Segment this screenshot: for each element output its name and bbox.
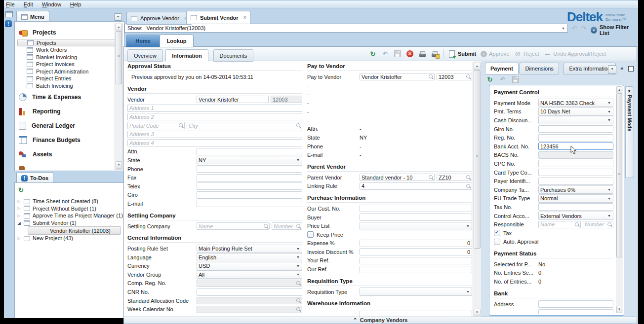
menu-file[interactable]: File xyxy=(6,1,15,7)
todo-child-vendor-kristoffer-12003[interactable]: Vendor Kristoffer (12003) xyxy=(28,226,121,235)
todo-item-new-project-43[interactable]: ▷New Project (43) xyxy=(15,235,124,242)
cnr-no-input[interactable] xyxy=(197,288,302,296)
fax-input[interactable] xyxy=(197,174,302,181)
language-dropdown[interactable]: English▼ xyxy=(197,253,302,261)
control-acco-dropdown[interactable]: External Vendors▼ xyxy=(538,212,613,220)
field-input[interactable] xyxy=(538,309,613,314)
close-icon[interactable]: × xyxy=(243,15,246,20)
scroll-up-button[interactable]: ▲ xyxy=(616,86,622,94)
company-ta-dropdown[interactable]: Purchases 0%▼ xyxy=(538,185,613,194)
field-input[interactable] xyxy=(360,311,472,317)
keep-price-checkbox[interactable] xyxy=(307,231,314,238)
workspace-window-icon[interactable] xyxy=(5,11,13,17)
scroll-down-button[interactable]: ▼ xyxy=(616,306,622,313)
company-vendors-bar[interactable]: ⌃ Company Vendors xyxy=(123,317,637,324)
sidebar-item-project-administration[interactable]: Project Administration xyxy=(15,68,124,75)
todo-item-submit-vendor-1[interactable]: ◢Submit Vendor (1) xyxy=(15,219,124,227)
tab-documents[interactable]: Documents xyxy=(213,49,254,62)
your-ref-input[interactable] xyxy=(360,257,472,264)
giro-input[interactable] xyxy=(197,191,302,199)
state-dropdown[interactable]: NY▼ xyxy=(197,156,302,164)
todo-item-project-without-budget-1[interactable]: ▷Project Without Budget (1) xyxy=(15,205,124,213)
tab-home[interactable]: Home xyxy=(126,35,160,47)
price-list-dropdown[interactable]: ▼ xyxy=(360,222,472,230)
scroll-thumb[interactable]: ≡ xyxy=(616,94,622,257)
tax-no-input[interactable] xyxy=(538,203,613,211)
scroll-thumb[interactable]: ≡ xyxy=(116,31,122,84)
expand-icon[interactable]: ▷ xyxy=(17,214,21,218)
invoice-discount-input[interactable] xyxy=(360,248,472,255)
collapse-panel-icon[interactable]: » xyxy=(620,65,623,71)
scroll-up-button[interactable]: ▲ xyxy=(474,63,481,70)
city-input[interactable] xyxy=(187,122,302,129)
scroll-down-button[interactable]: ▼ xyxy=(474,309,481,316)
show-dropdown-icon[interactable]: ▼ xyxy=(562,27,565,30)
address-4-input[interactable] xyxy=(127,139,302,146)
sidebar-item-project-invoices[interactable]: Project Invoices xyxy=(15,61,124,68)
todo-item-time-sheet-not-created-8[interactable]: ▷Time Sheet not Created (8) xyxy=(15,198,124,205)
attn-input[interactable] xyxy=(197,148,302,155)
vendor-group-dropdown[interactable]: All▼ xyxy=(197,270,302,279)
cash-discoun-dropdown[interactable]: ▼ xyxy=(538,116,613,124)
menu-group-time-expenses[interactable]: Time & Expenses xyxy=(19,91,124,104)
auto-approval-checkbox[interactable] xyxy=(494,239,500,245)
delete-icon[interactable]: ✕ xyxy=(406,50,414,58)
todo-alert-icon[interactable]: ! xyxy=(5,20,12,27)
menu-window[interactable]: Window xyxy=(42,1,61,7)
pay-to-vendor-input[interactable] xyxy=(360,73,435,80)
giro-no-input[interactable] xyxy=(538,125,613,133)
payment-mode-dropdown[interactable]: NA HSBC 3363 Check▼ xyxy=(538,99,613,107)
collapsed-tab-payment-mode[interactable]: « Payment Mode xyxy=(625,86,634,178)
print-preview-icon[interactable] xyxy=(431,50,439,58)
phone-input[interactable] xyxy=(197,165,302,173)
comp-reg-no-input[interactable] xyxy=(197,280,302,287)
maximize-panel-icon[interactable] xyxy=(628,66,634,72)
print-icon[interactable] xyxy=(418,50,426,58)
expand-icon[interactable]: ▷ xyxy=(17,236,21,241)
sidebar-item-project-entries[interactable]: Project Entries xyxy=(15,75,124,82)
address-input[interactable] xyxy=(538,300,613,308)
panel-scrollbar[interactable]: ▲ ≡ ▼ xyxy=(616,86,623,313)
save-icon[interactable] xyxy=(512,75,520,83)
nav-back-icon[interactable]: ↶ xyxy=(572,25,577,32)
telex-input[interactable] xyxy=(197,182,302,190)
linking-rule-input[interactable] xyxy=(360,182,472,190)
tab-dimensions[interactable]: Dimensions xyxy=(520,63,559,74)
menu-scrollbar[interactable]: ▲ ≡ ▼ xyxy=(115,23,123,170)
tab-information[interactable]: Information xyxy=(165,49,208,62)
scroll-up-button[interactable]: ▲ xyxy=(116,24,122,31)
address-3-input[interactable] xyxy=(127,131,302,138)
eu-trade-type-dropdown[interactable]: Normal▼ xyxy=(538,194,613,203)
tab-overflow-dropdown[interactable]: ▼ xyxy=(608,65,616,74)
collapse-icon[interactable]: ◢ xyxy=(17,221,21,225)
requisition-type-dropdown[interactable]: ▼ xyxy=(360,288,472,296)
show-filter-list-button[interactable]: ▼ Show Filter List xyxy=(591,24,637,36)
tab-overview[interactable]: Overview xyxy=(127,49,163,62)
menu-group-finance-budgets[interactable]: Finance Budgets xyxy=(19,134,124,146)
our-cust-no-input[interactable] xyxy=(360,205,472,212)
undo-approval-reject-button[interactable]: ▬Undo Approval/Reject xyxy=(543,50,605,58)
reg-no-input[interactable] xyxy=(538,134,613,142)
scroll-down-button[interactable]: ▼ xyxy=(116,161,122,169)
currency-dropdown[interactable]: USD▼ xyxy=(197,262,302,270)
menu-minimize-button[interactable]: − xyxy=(114,13,122,21)
refresh-icon[interactable]: ↻ xyxy=(369,50,377,58)
save-icon[interactable] xyxy=(394,50,402,58)
menu-group-assets[interactable]: Assets xyxy=(19,148,124,161)
expense-input[interactable] xyxy=(360,240,472,247)
undo-icon[interactable]: ↶ xyxy=(499,75,507,83)
buyer-input[interactable] xyxy=(360,214,472,221)
doc-tab-submit-vendor[interactable]: Submit Vendor× xyxy=(186,11,250,24)
show-combo[interactable]: Show: Vendor Kristoffer(12003) ▼ xyxy=(124,24,568,33)
reject-button[interactable]: ⊘Reject xyxy=(514,50,539,58)
vendor-code[interactable] xyxy=(271,96,302,103)
settling-company-name-input[interactable] xyxy=(197,222,270,230)
tax-checkbox[interactable] xyxy=(494,230,500,236)
menu-group-reporting[interactable]: Reporting xyxy=(19,105,124,118)
e-mail-input[interactable] xyxy=(197,200,302,207)
tab-lookup[interactable]: Lookup xyxy=(160,35,194,47)
menu-group-general-ledger[interactable]: General Ledger xyxy=(19,119,124,132)
vendor-input[interactable] xyxy=(197,96,269,103)
posting-rule-set-dropdown[interactable]: Main Posting Rule Set▼ xyxy=(197,245,302,253)
payer-identifi-input[interactable] xyxy=(538,178,613,185)
